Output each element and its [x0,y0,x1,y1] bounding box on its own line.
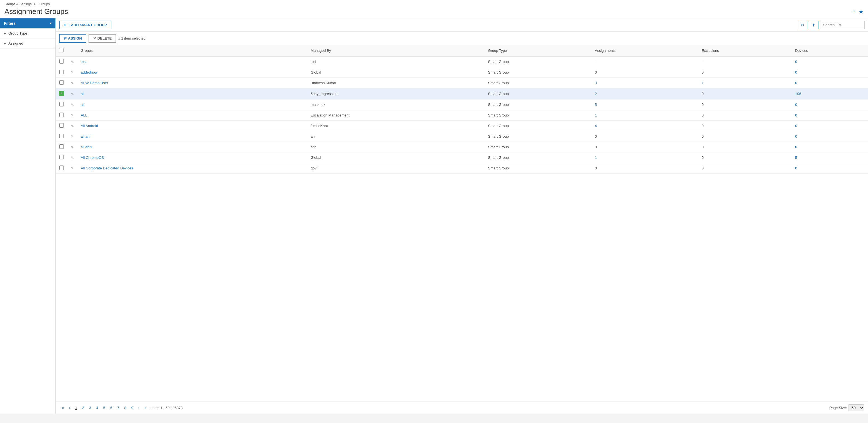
devices-link[interactable]: 0 [795,81,797,85]
select-all-checkbox[interactable] [59,48,63,52]
row-checkbox[interactable] [59,102,64,107]
row-devices: 5 [792,152,868,163]
exclusions-link[interactable]: 1 [702,81,704,85]
row-checkbox[interactable] [59,155,64,159]
row-managed-by: Global [307,67,485,78]
edit-pencil-icon[interactable]: ✎ [71,134,74,139]
edit-pencil-icon[interactable]: ✎ [71,60,74,64]
devices-link[interactable]: 0 [795,60,797,64]
row-edit-cell: ✎ [67,110,78,121]
row-checkbox[interactable] [59,59,64,63]
edit-pencil-icon[interactable]: ✎ [71,145,74,149]
page-7-button[interactable]: 7 [115,404,121,411]
devices-link[interactable]: 5 [795,155,797,160]
group-name-link[interactable]: all [81,102,84,107]
group-name-link[interactable]: test [81,60,87,64]
refresh-button[interactable]: ↻ [798,21,807,29]
page-prev-button[interactable]: ‹ [67,404,72,411]
row-assignments: 2 [591,88,699,99]
devices-link[interactable]: 0 [795,70,797,74]
delete-button[interactable]: ✕ DELETE [89,34,116,42]
group-name-link[interactable]: addednow [81,70,97,74]
add-smart-group-button[interactable]: ⊕ + ADD SMART GROUP [59,21,112,29]
row-edit-cell: ✎ [67,142,78,152]
group-name-link[interactable]: all anr1 [81,145,93,149]
edit-pencil-icon[interactable]: ✎ [71,167,74,170]
sidebar-item-group-type[interactable]: ▶ Group Type [0,28,55,38]
assign-button[interactable]: ⇄ ASSIGN [59,34,86,42]
group-name-link[interactable]: All Android [81,124,98,128]
row-checkbox[interactable] [59,70,64,74]
row-checkbox[interactable] [59,123,64,128]
group-name-link[interactable]: ALL [81,113,87,117]
table-row: ✎addednowGlobalSmart Group000 [56,67,868,78]
edit-pencil-icon[interactable]: ✎ [71,81,74,85]
assignments-link[interactable]: 1 [595,113,597,117]
row-group-type: Smart Group [485,142,592,152]
row-checkbox[interactable] [59,134,64,138]
filters-button[interactable]: Filters ▾ [0,19,55,28]
row-group-type: Smart Group [485,131,592,142]
page-first-button[interactable]: « [60,404,66,411]
page-9-button[interactable]: 9 [129,404,135,411]
devices-link[interactable]: 0 [795,113,797,117]
page-last-button[interactable]: » [142,404,149,411]
page-2-button[interactable]: 2 [80,404,86,411]
assignments-link[interactable]: 3 [595,81,597,85]
row-checkbox[interactable] [59,80,64,85]
row-checkbox[interactable] [59,113,64,117]
row-managed-by: mattknox [307,99,485,110]
breadcrumb-parent[interactable]: Groups & Settings [4,2,31,6]
row-managed-by: govi [307,163,485,174]
row-checkbox[interactable] [59,144,64,149]
devices-link[interactable]: 0 [795,134,797,139]
devices-link[interactable]: 0 [795,124,797,128]
table-body: ✎testtoriSmart Group--0✎addednowGlobalSm… [56,56,868,174]
home-icon-button[interactable]: ⌂ [852,8,856,15]
page-4-button[interactable]: 4 [94,404,100,411]
group-name-link[interactable]: all [81,92,84,96]
devices-link[interactable]: 106 [795,92,801,96]
edit-pencil-icon[interactable]: ✎ [71,124,74,128]
row-group-name: All ChromeOS [78,152,307,163]
arrow-icon-2: ▶ [4,42,6,45]
edit-pencil-icon[interactable]: ✎ [71,113,74,117]
edit-pencil-icon[interactable]: ✎ [71,156,74,160]
sidebar-item-assigned[interactable]: ▶ Assigned [0,38,55,49]
page-3-button[interactable]: 3 [87,404,93,411]
row-assignments: - [591,56,699,67]
assignments-link[interactable]: 2 [595,92,597,96]
assignments-link[interactable]: 4 [595,124,597,128]
row-devices: 0 [792,163,868,174]
page-size-select[interactable]: 10 25 50 100 500 [848,404,864,411]
search-input[interactable] [820,21,865,29]
row-checkbox[interactable] [59,165,64,170]
star-icon-button[interactable]: ★ [859,8,864,15]
assignments-link[interactable]: 1 [595,155,597,160]
page-8-button[interactable]: 8 [122,404,128,411]
assignments-link[interactable]: 5 [595,102,597,107]
devices-link[interactable]: 0 [795,102,797,107]
table-row: ✎AFW Demo UserBhavesh KumarSmart Group31… [56,78,868,88]
table-row: ✎All AndroidJimLeKnoxSmart Group400 [56,121,868,131]
devices-link[interactable]: 0 [795,145,797,149]
group-name-link[interactable]: All Corporate Dedicated Devices [81,166,133,170]
page-5-button[interactable]: 5 [101,404,107,411]
row-edit-cell: ✎ [67,163,78,174]
group-name-link[interactable]: AFW Demo User [81,81,108,85]
group-name-link[interactable]: all anr [81,134,91,139]
page-1-button[interactable]: 1 [73,404,80,411]
edit-pencil-icon[interactable]: ✎ [71,70,74,74]
devices-link[interactable]: 0 [795,166,797,170]
group-name-link[interactable]: All ChromeOS [81,155,104,160]
row-checkbox-checked[interactable] [59,91,64,96]
export-button[interactable]: ⬆ [809,21,818,29]
row-exclusions: 0 [699,88,792,99]
page-next-button[interactable]: › [136,404,142,411]
page-6-button[interactable]: 6 [108,404,115,411]
delete-label: DELETE [97,36,112,40]
edit-pencil-icon[interactable]: ✎ [71,103,74,107]
edit-pencil-icon[interactable]: ✎ [71,92,74,96]
row-group-name: all [78,99,307,110]
content-area: Filters ▾ ▶ Group Type ▶ Assigned ⊕ + AD… [0,19,868,414]
